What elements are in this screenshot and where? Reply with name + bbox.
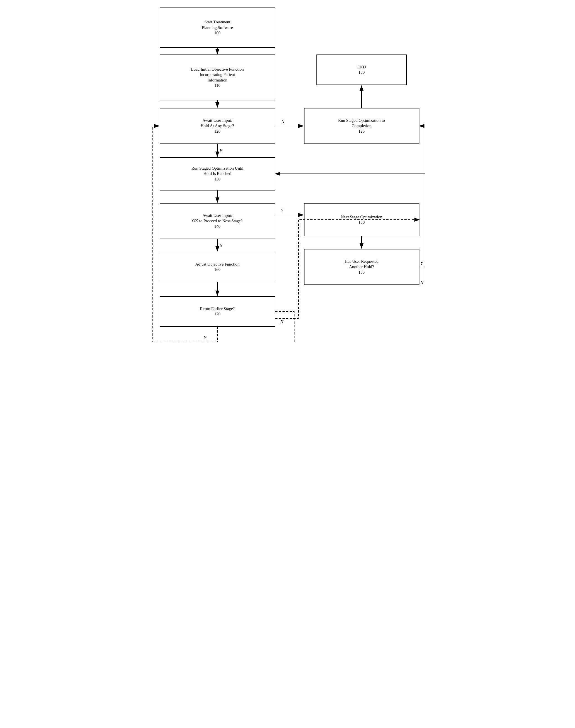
box-180: END180 (316, 54, 407, 85)
box-155: Has User RequestedAnother Hold?155 (304, 249, 419, 285)
box-170-label: Rerun Earlier Stage?170 (200, 306, 235, 317)
svg-text:Y: Y (204, 335, 207, 340)
box-110: Load Initial Objective FunctionIncorpora… (160, 54, 275, 100)
box-180-label: END180 (358, 65, 366, 75)
box-125-label: Run Staged Optimization toCompletion125 (338, 118, 385, 134)
svg-text:N: N (281, 119, 285, 124)
box-160-label: Adjust Objective Function160 (195, 262, 239, 272)
flowchart-container: Start TreatmentPlanning Software100 Load… (144, 0, 431, 364)
box-125: Run Staged Optimization toCompletion125 (304, 108, 419, 144)
box-130-label: Run Staged Optimization UntilHold Is Rea… (191, 166, 243, 182)
box-170: Rerun Earlier Stage?170 (160, 296, 275, 327)
box-120-label: Await User Input:Hold At Any Stage?120 (201, 118, 234, 134)
svg-text:Y: Y (219, 148, 223, 153)
svg-text:N: N (219, 243, 223, 248)
box-140-label: Await User Input:OK to Proceed to Next S… (192, 213, 242, 229)
box-150: Next Stage Optimization150 (304, 203, 419, 236)
box-120: Await User Input:Hold At Any Stage?120 (160, 108, 275, 144)
box-130: Run Staged Optimization UntilHold Is Rea… (160, 157, 275, 190)
svg-text:N: N (280, 320, 283, 324)
box-100-label: Start TreatmentPlanning Software100 (202, 20, 233, 36)
svg-text:N: N (420, 280, 424, 285)
box-155-label: Has User RequestedAnother Hold?155 (344, 259, 378, 275)
box-150-label: Next Stage Optimization150 (341, 214, 382, 225)
box-140: Await User Input:OK to Proceed to Next S… (160, 203, 275, 239)
box-110-label: Load Initial Objective FunctionIncorpora… (191, 67, 244, 88)
svg-text:Y: Y (281, 208, 284, 213)
svg-text:Y: Y (420, 261, 424, 265)
box-100: Start TreatmentPlanning Software100 (160, 7, 275, 48)
box-160: Adjust Objective Function160 (160, 252, 275, 282)
